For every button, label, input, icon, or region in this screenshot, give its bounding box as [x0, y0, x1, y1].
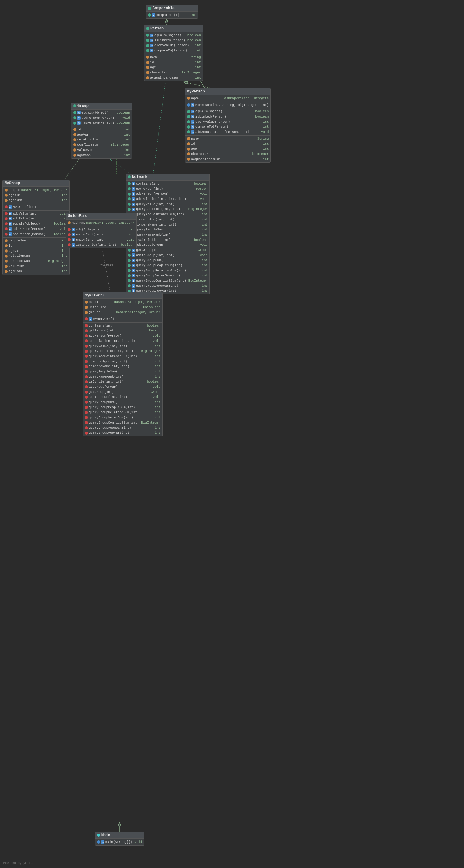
m-letter: m: [72, 233, 75, 236]
m-letter: m: [132, 182, 135, 185]
main-class: Main m main(String[]) void: [95, 832, 144, 846]
network-class: Network m contains(int) boolean m getPer…: [125, 174, 210, 294]
m-icon: [146, 49, 149, 52]
f-icon: [5, 239, 8, 242]
m-icon: [187, 115, 190, 118]
person-method-queryvalue: m queryValue(Person) int: [144, 43, 203, 48]
diagram-container: C Comparable m compareTo(T) int Person m…: [0, 0, 464, 868]
comparable-title: Comparable: [152, 6, 175, 10]
m-icon: [128, 249, 131, 252]
svg-line-6: [153, 83, 165, 174]
m-icon: [187, 110, 190, 113]
m-icon: [128, 274, 131, 277]
group-methods: m equals(Object) boolean m addPerson(Per…: [71, 109, 132, 126]
m-icon: [73, 122, 76, 125]
m-letter: m: [8, 232, 12, 236]
mynetwork-header: MyNetwork: [83, 292, 162, 299]
m-icon: [187, 120, 190, 123]
f-icon: [85, 306, 88, 309]
mygroup-class: MyGroup people HashMap<Integer, Person> …: [2, 180, 69, 275]
m-icon: [128, 259, 131, 262]
f-icon: [5, 255, 8, 258]
f-icon: [187, 158, 190, 161]
comparable-header: C Comparable: [146, 5, 198, 12]
m-letter: m: [101, 840, 105, 844]
f-icon: [146, 66, 149, 69]
m-icon: [85, 401, 88, 404]
f-icon: [187, 152, 190, 155]
f-icon: [146, 76, 149, 79]
person-icon: [146, 27, 149, 30]
m-letter: m: [8, 222, 12, 225]
m-letter: m: [77, 121, 81, 125]
f-icon: [5, 270, 8, 273]
person-method-equals: m equals(Object) boolean: [144, 33, 203, 38]
m-letter: m: [132, 269, 135, 272]
method-letter: m: [152, 13, 155, 17]
mygroup-title: MyGroup: [5, 181, 20, 185]
m-icon: [128, 192, 131, 195]
m-letter: m: [72, 238, 75, 242]
myperson-constructor: m MyPerson(int, String, BigInteger, int): [185, 102, 270, 108]
m-letter: m: [150, 49, 153, 52]
mynetwork-methods: contains(int) boolean getPerson(int) Per…: [83, 322, 162, 436]
svg-line-8: [103, 251, 110, 292]
m-letter: m: [150, 39, 153, 42]
f-icon: [146, 61, 149, 64]
person-method-islinked: m isLinked(Person) boolean: [144, 38, 203, 43]
m-icon: [85, 365, 88, 368]
f-icon: [85, 301, 88, 304]
m-letter: m: [191, 120, 195, 124]
m-letter: m: [150, 44, 153, 47]
mynetwork-fields-top: people HashMap<Integer, Person> unionFin…: [83, 299, 162, 315]
person-class: Person m equals(Object) boolean m isLink…: [144, 25, 203, 81]
comparable-methods: m compareTo(T) int: [146, 12, 198, 18]
group-title: Group: [78, 104, 88, 108]
person-title: Person: [150, 26, 164, 31]
comparable-method-compareto: m compareTo(T) int: [146, 12, 198, 18]
m-icon: [68, 228, 71, 231]
myperson-ctor: m MyPerson(int, String, BigInteger, int): [185, 102, 270, 108]
f-icon: [73, 143, 76, 146]
group-header: Group: [71, 103, 132, 109]
comparable-icon: C: [148, 7, 151, 10]
m-letter: m: [132, 279, 135, 282]
m-letter: m: [191, 110, 195, 113]
main-methods: m main(String[]) void: [95, 839, 144, 845]
person-field-age: age int: [144, 65, 203, 70]
ctor-icon: [187, 103, 190, 106]
m-icon: [146, 34, 149, 37]
m-letter: m: [8, 227, 12, 231]
ctor-icon: [85, 317, 88, 320]
m-icon: [128, 182, 131, 185]
m-icon: [85, 416, 88, 419]
comparable-class: C Comparable m compareTo(T) int: [146, 5, 198, 19]
m-icon: [128, 269, 131, 272]
m-icon: [187, 130, 190, 133]
f-icon: [68, 221, 71, 224]
m-icon: [5, 212, 8, 215]
myperson-class: MyPerson aqVa HashMap<Person, Integer> m…: [185, 88, 271, 162]
myperson-field-aqva: aqVa HashMap<Person, Integer>: [185, 96, 270, 101]
m-letter: m: [132, 203, 135, 206]
ctor-icon: [5, 205, 8, 209]
m-letter: m: [8, 212, 12, 215]
mynetwork-title: MyNetwork: [85, 293, 105, 298]
svg-line-3: [184, 82, 214, 89]
m-icon: [85, 345, 88, 348]
f-icon: [146, 56, 149, 59]
m-icon: [85, 411, 88, 414]
myperson-fields: name String id int age int character Big…: [185, 135, 270, 162]
person-method-compareto: m compareTo(Person) int: [144, 48, 203, 53]
myperson-title: MyPerson: [187, 89, 205, 94]
unionfind-fields-top: hashMap HashMap<Integer, Integer>: [66, 219, 136, 226]
person-field-character: character BigInteger: [144, 70, 203, 75]
m-icon: [85, 324, 88, 327]
m-icon: [85, 426, 88, 429]
ctor-letter: m: [8, 205, 12, 209]
m-icon: [187, 125, 190, 128]
m-letter: m: [77, 111, 81, 115]
network-header: Network: [126, 174, 209, 180]
m-letter: m: [8, 217, 12, 220]
m-icon: [5, 232, 8, 236]
